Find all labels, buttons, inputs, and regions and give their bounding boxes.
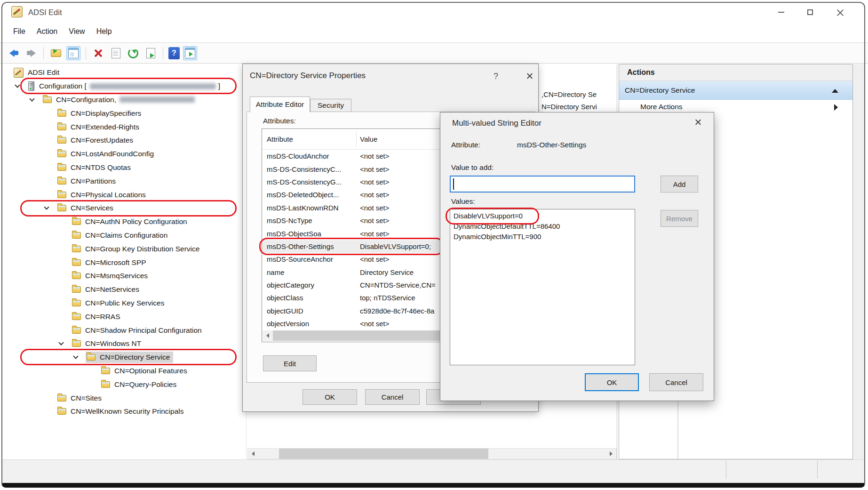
scroll-right-icon[interactable]	[606, 449, 616, 459]
chevron-down-icon[interactable]	[73, 353, 78, 359]
value-to-add-input[interactable]	[450, 176, 635, 193]
tree-item[interactable]: CN=Shadow Principal Configuration	[2, 323, 245, 337]
attribute-value: <not set>	[355, 191, 390, 199]
tree-item[interactable]: CN=NTDS Quotas	[2, 161, 245, 175]
tree-item-core: ADSI Edit	[13, 66, 63, 79]
dialog-close-button[interactable]	[522, 70, 536, 83]
value-item[interactable]: DisableVLVSupport=0	[450, 211, 635, 221]
forward-icon[interactable]	[24, 46, 38, 60]
tree-item[interactable]: CN=Microsoft SPP	[2, 256, 245, 269]
attributes-label: Attributes:	[263, 117, 296, 125]
column-attribute[interactable]: Attribute	[267, 135, 293, 143]
close-button[interactable]	[833, 7, 847, 18]
menu-item-file[interactable]: File	[13, 27, 25, 36]
collapse-icon[interactable]	[832, 89, 838, 93]
tree-item[interactable]: CN=Optional Features	[2, 364, 245, 378]
export-list-icon[interactable]	[143, 46, 158, 60]
chevron-down-icon[interactable]	[58, 340, 64, 345]
tree-item[interactable]: CN=Configuration,	[2, 93, 245, 107]
attribute-name: msDS-NcType	[262, 217, 355, 225]
attribute-value: <not set>	[355, 217, 390, 225]
remove-button[interactable]: Remove	[661, 210, 698, 227]
dialog-close-button[interactable]	[691, 116, 705, 129]
minimize-button[interactable]	[774, 7, 788, 18]
ok-button[interactable]: OK	[585, 373, 639, 391]
attribute-name: objectGUID	[262, 307, 355, 315]
tree-item[interactable]: CN=WellKnown Security Principals	[2, 405, 245, 418]
value-to-add-label: Value to add:	[451, 163, 494, 172]
scroll-left-icon[interactable]	[248, 449, 258, 459]
chevron-down-icon[interactable]	[15, 83, 20, 88]
refresh-icon[interactable]	[126, 46, 140, 60]
value-item[interactable]: DynamicObjectMinTTL=900	[450, 232, 635, 242]
help-icon[interactable]	[168, 47, 180, 59]
show-tree-icon[interactable]	[66, 46, 80, 60]
tree-item-core: CN=MsmqServices	[71, 270, 151, 281]
tree-item[interactable]: CN=Claims Configuration	[2, 229, 245, 242]
adsi-edit-app-icon	[11, 6, 23, 17]
tab-attribute-editor[interactable]: Attribute Editor	[250, 96, 310, 112]
expand-icon[interactable]	[834, 104, 838, 111]
menu-item-action[interactable]: Action	[37, 27, 57, 36]
tree-item[interactable]: CN=RRAS	[2, 310, 245, 323]
tree-item[interactable]: ADSI Edit	[2, 66, 245, 80]
chevron-down-icon[interactable]	[29, 96, 34, 101]
value-item[interactable]: DynamicObjectDefaultTTL=86400	[450, 221, 635, 232]
folder-icon	[72, 259, 81, 266]
tree-item[interactable]: CN=AuthN Policy Configuration	[2, 215, 245, 229]
delete-icon[interactable]	[91, 46, 105, 60]
maximize-button[interactable]	[803, 7, 817, 18]
add-button[interactable]: Add	[661, 176, 698, 193]
tree-item-core: CN=DisplaySpecifiers	[56, 108, 144, 119]
scroll-left-icon[interactable]	[263, 330, 273, 341]
folder-up-icon[interactable]	[49, 46, 63, 60]
show-actions-icon[interactable]	[183, 46, 197, 60]
folder-icon	[101, 381, 110, 388]
scrollbar-thumb[interactable]	[279, 449, 488, 459]
menu-item-view[interactable]: View	[69, 27, 85, 36]
tree-item-label: CN=NTDS Quotas	[71, 163, 131, 172]
minimize-icon	[778, 12, 784, 13]
folder-icon	[72, 340, 81, 347]
tree-item[interactable]: CN=Public Key Services	[2, 297, 245, 310]
tree-item[interactable]: CN=Extended-Rights	[2, 120, 245, 134]
cancel-button[interactable]: Cancel	[649, 373, 703, 391]
redacted-text	[90, 83, 216, 89]
tree-item[interactable]: CN=Windows NT	[2, 337, 245, 351]
tree-item[interactable]: CN=Group Key Distribution Service	[2, 242, 245, 256]
ok-button[interactable]: OK	[303, 389, 357, 405]
tree-item[interactable]: CN=Query-Policies	[2, 378, 245, 391]
column-value[interactable]: Value	[360, 135, 377, 143]
properties-icon[interactable]	[109, 46, 123, 60]
tree-item[interactable]: CN=Physical Locations	[2, 188, 245, 201]
tree-item[interactable]: CN=Sites	[2, 391, 245, 405]
tree-item[interactable]: CN=MsmqServices	[2, 269, 245, 283]
toolbar-separator	[163, 47, 163, 59]
horizontal-scrollbar[interactable]	[247, 448, 617, 459]
tree-item[interactable]: CN=LostAndFoundConfig	[2, 147, 245, 161]
tree-item[interactable]: CN=Partitions	[2, 174, 245, 188]
tree-item-label: CN=Physical Locations	[71, 191, 146, 199]
tree-item[interactable]: CN=NetServices	[2, 283, 245, 297]
tree-item-label: CN=Services	[71, 204, 113, 212]
tree-item[interactable]: CN=ForestUpdates	[2, 134, 245, 147]
dialog-help-button[interactable]: ?	[489, 70, 503, 83]
chevron-down-icon[interactable]	[44, 205, 49, 210]
tree-item-core: CN=Physical Locations	[56, 189, 149, 201]
tree-item[interactable]: CN=Directory Service	[2, 351, 245, 364]
values-listbox[interactable]: DisableVLVSupport=0DynamicObjectDefaultT…	[450, 209, 635, 365]
attribute-name: msDS-SourceAnchor	[262, 255, 355, 263]
folder-icon	[57, 151, 66, 157]
actions-item-directory-service[interactable]: CN=Directory Service	[619, 81, 852, 100]
edit-button[interactable]: Edit	[263, 355, 317, 371]
tab-security[interactable]: Security	[310, 99, 351, 112]
menu-item-help[interactable]: Help	[96, 27, 112, 36]
tree-item-core: CN=Microsoft SPP	[71, 257, 150, 268]
tree-item[interactable]: CN=DisplaySpecifiers	[2, 106, 245, 120]
tree-item[interactable]: CN=Services	[2, 201, 245, 215]
tree-item[interactable]: Configuration []	[2, 80, 245, 93]
back-icon[interactable]	[7, 46, 21, 60]
cancel-button[interactable]: Cancel	[365, 389, 420, 405]
attribute-name: msDS-DeletedObject...	[262, 191, 355, 199]
tree-item-label: CN=Windows NT	[85, 339, 141, 348]
